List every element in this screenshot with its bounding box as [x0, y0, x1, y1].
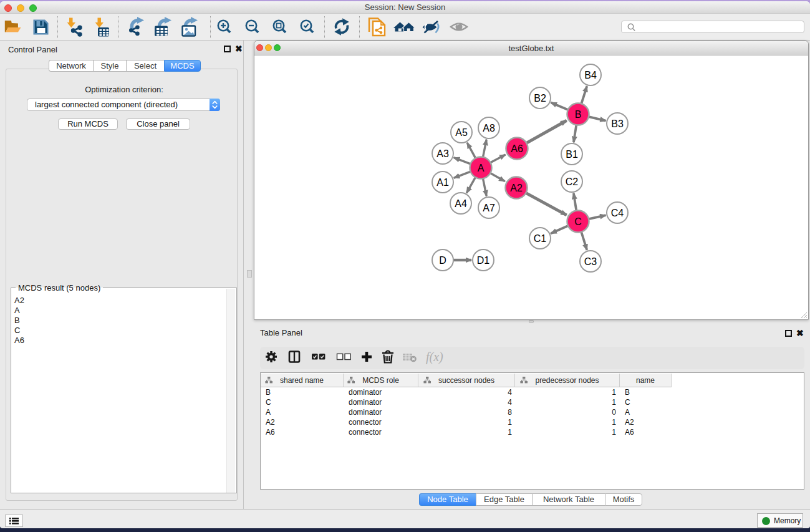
- svg-text:D1: D1: [477, 255, 490, 266]
- svg-text:A1: A1: [436, 177, 449, 188]
- svg-text:A8: A8: [483, 123, 495, 133]
- svg-text:A3: A3: [436, 148, 449, 159]
- svg-text:A7: A7: [483, 203, 495, 213]
- svg-text:C3: C3: [584, 256, 597, 267]
- svg-text:B3: B3: [611, 118, 624, 129]
- svg-text:A6: A6: [511, 143, 523, 154]
- svg-text:C1: C1: [534, 233, 547, 244]
- svg-text:C2: C2: [566, 177, 579, 187]
- svg-text:A5: A5: [455, 127, 468, 138]
- svg-text:A2: A2: [510, 183, 523, 193]
- svg-text:B2: B2: [534, 93, 546, 104]
- svg-text:B4: B4: [584, 70, 597, 80]
- svg-text:B: B: [575, 109, 582, 120]
- svg-text:C4: C4: [611, 208, 624, 218]
- svg-text:C: C: [574, 216, 582, 227]
- svg-text:D: D: [439, 255, 446, 266]
- svg-text:A4: A4: [455, 198, 467, 209]
- svg-text:B1: B1: [566, 149, 578, 160]
- svg-text:A: A: [478, 163, 485, 173]
- svg-text:f(x): f(x): [426, 350, 443, 364]
